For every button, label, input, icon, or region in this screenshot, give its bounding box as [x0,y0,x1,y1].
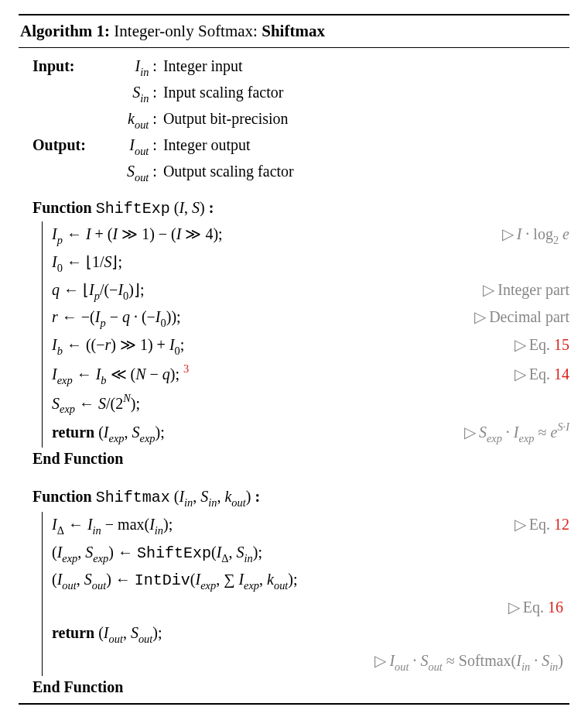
comment: ▷ Iout · Sout ≈ Softmax(Iin · Sin) [52,648,569,676]
function-keyword: Function [32,199,92,216]
algorithm-title: Algorithm 1: Integer-only Softmax: Shift… [19,17,569,45]
io-desc: Input scaling factor [160,81,294,107]
stmt-line: return (Iout, Sout); [52,620,569,648]
stmt-line: Ip ← I + (I ≫ 1) − (I ≫ 4); ▷ I · log2 e [52,221,569,249]
io-row: kout : Output bit-precision [32,107,294,133]
io-block: Input: Iin : Integer input Sin : Input s… [32,54,294,185]
io-desc: Integer input [160,54,294,81]
stmt-line: IΔ ← Iin − max(Iin); ▷ Eq. 12 [52,512,569,540]
output-label: Output: [32,133,95,160]
function-name: Shiftmax [96,489,170,506]
io-var: Iin : [95,54,160,81]
io-var: Sout : [95,160,160,186]
function-body: IΔ ← Iin − max(Iin); ▷ Eq. 12 (Iexp, Sex… [42,512,569,676]
rule-bottom [19,703,569,705]
eq-ref: 12 [554,516,569,533]
eq-ref: 16 [548,599,563,616]
io-row: Sin : Input scaling factor [32,81,294,107]
function-body: Ip ← I + (I ≫ 1) − (I ≫ 4); ▷ I · log2 e… [42,221,569,448]
footnote-ref: 3 [183,362,189,375]
function-shiftmax: Function Shiftmax (Iin, Sin, kout) : [32,486,569,510]
sig-colon: : [255,488,260,505]
alg-number: Algorithm 1: [20,22,110,40]
comment: ▷ Sexp · Iexp ≈ eS·I [458,420,569,446]
stmt-line: (Iout, Sout) ← IntDiv(Iexp, ∑ Iexp, kout… [52,567,569,595]
function-name: ShiftExp [96,200,170,218]
stmt-line: Iexp ← Ib ≪ (N − q); 3 ▷ Eq. 14 [52,360,569,389]
comment: ▷ Eq. 14 [508,363,569,386]
comment: ▷ I · log2 e [496,223,569,248]
comment: ▷ Eq. 16 [52,595,569,620]
sig-colon: : [209,199,214,216]
io-var: Iout : [95,133,160,160]
io-desc: Output scaling factor [160,160,294,186]
end-function: End Function [32,676,569,700]
rule-mid [19,47,569,48]
io-var: kout : [95,107,160,133]
function-keyword: Function [32,488,92,505]
input-label: Input: [32,54,95,81]
io-var: Sin : [95,81,160,107]
comment: ▷ Eq. 12 [508,513,569,536]
rule-top [19,14,569,15]
stmt-line: r ← −(Ip − q · (−I0)); ▷ Decimal part [52,304,569,332]
alg-bold: Shiftmax [262,22,325,40]
stmt-line: return (Iexp, Sexp); ▷ Sexp · Iexp ≈ eS·… [52,418,569,448]
stmt-line: Sexp ← S/(2N); [52,389,569,419]
end-function: End Function [32,448,569,478]
io-row: Sout : Output scaling factor [32,160,294,186]
io-desc: Output bit-precision [160,107,294,133]
comment: ▷ Integer part [477,279,569,301]
eq-ref: 15 [554,336,569,353]
io-row: Input: Iin : Integer input [32,54,294,81]
io-row: Output: Iout : Integer output [32,133,294,160]
eq-ref: 14 [554,365,569,383]
stmt-line: I0 ← ⌊1/S⌋; [52,249,569,277]
function-shiftexp: Function ShiftExp (I, S) : [32,197,569,220]
stmt-line: (Iexp, Sexp) ← ShiftExp(IΔ, Sin); [52,540,569,568]
stmt-line: q ← ⌊Ip/(−I0)⌋; ▷ Integer part [52,277,569,305]
comment: ▷ Eq. 15 [508,334,569,356]
stmt-line: Ib ← ((−r) ≫ 1) + I0; ▷ Eq. 15 [52,332,569,360]
alg-name: Integer-only Softmax: [114,22,258,40]
io-desc: Integer output [160,133,294,160]
comment: ▷ Decimal part [468,306,569,328]
